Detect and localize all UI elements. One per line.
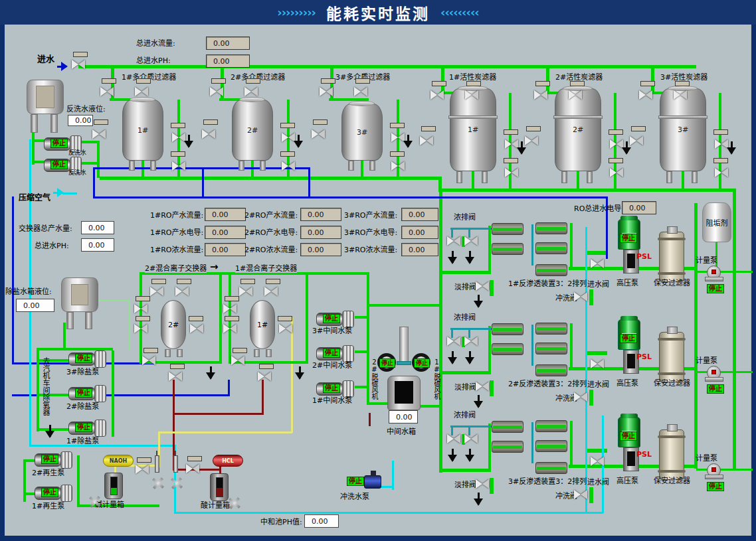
pump-status-badge[interactable]: 停止	[620, 234, 637, 243]
valve-icon[interactable]	[391, 161, 405, 171]
valve-icon[interactable]	[639, 90, 652, 100]
perm-valve-icon[interactable]	[476, 382, 489, 391]
valve-icon[interactable]	[142, 356, 155, 365]
valve-icon[interactable]	[202, 129, 215, 139]
valve-icon[interactable]	[134, 304, 147, 313]
valve-icon[interactable]	[239, 287, 252, 296]
mid-pump-2[interactable]: 停止	[316, 345, 355, 362]
pump-status-badge[interactable]: 停止	[323, 314, 340, 323]
valve-icon[interactable]	[610, 139, 623, 149]
pump-status-badge[interactable]: 停止	[323, 384, 340, 393]
valve-indicator	[259, 364, 274, 369]
valve-icon[interactable]	[172, 133, 185, 142]
valve-icon[interactable]	[279, 324, 292, 333]
valve-icon[interactable]	[244, 87, 258, 96]
valve-icon[interactable]	[674, 90, 687, 100]
total-ph-label: 总进水PH:	[136, 56, 171, 65]
valve-icon[interactable]	[136, 465, 149, 474]
pump-status-badge[interactable]: 停止	[75, 354, 92, 363]
pump-status-badge[interactable]: 停止	[75, 388, 92, 398]
valve-icon[interactable]	[172, 161, 185, 171]
pump-status-badge[interactable]: 停止	[347, 477, 364, 486]
pump-status-badge[interactable]: 停止	[50, 160, 68, 169]
psl-alarm: PSL	[636, 450, 652, 459]
conc-valve-icon[interactable]	[447, 337, 460, 346]
flush-water-pump[interactable]	[364, 475, 381, 489]
pump-status-badge[interactable]: 停止	[50, 139, 68, 148]
valve-icon[interactable]	[92, 129, 106, 139]
valve-icon[interactable]	[282, 133, 295, 142]
valve-icon[interactable]	[190, 324, 203, 333]
valve-icon[interactable]	[175, 287, 189, 296]
valve-icon[interactable]	[354, 87, 367, 96]
regen-pump-2[interactable]: 停止	[35, 451, 73, 469]
mid-pump-1[interactable]: 停止	[316, 380, 355, 398]
flush-valve-icon[interactable]	[574, 292, 587, 301]
valve-icon[interactable]	[264, 287, 278, 296]
valve-icon[interactable]	[312, 129, 325, 139]
valve-icon[interactable]	[150, 287, 163, 296]
valve-icon[interactable]	[505, 168, 518, 177]
valve-icon[interactable]	[231, 356, 244, 365]
inlet-valve-icon[interactable]	[591, 259, 604, 268]
inlet-valve-icon[interactable]	[72, 60, 85, 69]
fan-status-badge[interactable]: 停止	[414, 358, 430, 368]
pipe	[488, 424, 491, 471]
valve-icon[interactable]	[282, 161, 295, 171]
valve-icon[interactable]	[525, 136, 538, 145]
mid-pump-3[interactable]: 停止	[316, 311, 355, 328]
valve-icon[interactable]	[100, 87, 114, 96]
tank-cap	[349, 101, 375, 106]
valve-icon[interactable]	[169, 372, 182, 381]
desalt-pump-1[interactable]: 停止	[68, 420, 107, 437]
conc-valve-icon[interactable]	[464, 337, 478, 346]
conc-valve-icon[interactable]	[464, 434, 478, 443]
valve-icon[interactable]	[630, 136, 643, 145]
desalt-pump-3[interactable]: 停止	[68, 350, 107, 368]
perm-valve-icon[interactable]	[476, 281, 489, 291]
valve-icon[interactable]	[223, 324, 236, 333]
pump-status-badge[interactable]: 停止	[707, 284, 724, 293]
pump-status-badge[interactable]: 停止	[707, 384, 724, 394]
valve-icon[interactable]	[320, 87, 333, 96]
desalt-pump-2[interactable]: 停止	[68, 385, 107, 402]
valve-icon[interactable]	[715, 168, 728, 177]
pump-status-badge[interactable]: 停止	[620, 334, 637, 343]
valve-icon[interactable]	[505, 139, 518, 149]
valve-icon[interactable]	[534, 90, 547, 100]
valve-icon[interactable]	[186, 464, 199, 473]
perm-valve-icon[interactable]	[476, 479, 489, 489]
conc-valve-icon[interactable]	[464, 236, 478, 246]
valve-icon[interactable]	[210, 87, 223, 96]
pump-status-badge[interactable]: 停止	[323, 348, 340, 358]
pump-status-badge[interactable]: 停止	[707, 482, 724, 491]
pump-status-badge[interactable]: 停止	[620, 431, 637, 441]
dosing-pump[interactable]	[704, 366, 724, 382]
inlet-valve-icon[interactable]	[591, 359, 604, 368]
conc-valve-icon[interactable]	[447, 434, 460, 443]
valve-icon[interactable]	[610, 168, 623, 177]
ro-meter-readout: 0.00	[300, 208, 341, 221]
valve-icon[interactable]	[134, 324, 147, 333]
valve-icon[interactable]	[430, 90, 444, 100]
valve-icon[interactable]	[223, 304, 236, 313]
flush-valve-icon[interactable]	[574, 490, 587, 499]
valve-icon[interactable]	[715, 139, 728, 149]
backwash-pump-label: 反洗水	[68, 169, 86, 177]
dosing-pump[interactable]	[704, 266, 724, 281]
valve-icon[interactable]	[135, 87, 148, 96]
fan-status-badge[interactable]: 停止	[379, 358, 395, 368]
pump-status-badge[interactable]: 停止	[41, 488, 58, 497]
inlet-valve-icon[interactable]	[591, 457, 604, 466]
flush-valve-icon[interactable]	[574, 392, 587, 402]
valve-icon[interactable]	[420, 136, 433, 145]
valve-icon[interactable]	[465, 90, 478, 100]
pump-status-badge[interactable]: 停止	[75, 423, 92, 432]
conc-valve-icon[interactable]	[447, 236, 460, 246]
pump-status-badge[interactable]: 停止	[41, 455, 58, 464]
valve-icon[interactable]	[569, 90, 582, 100]
dosing-pump[interactable]	[704, 463, 724, 479]
valve-icon[interactable]	[391, 133, 405, 142]
regen-pump-1[interactable]: 停止	[35, 485, 73, 502]
valve-icon[interactable]	[258, 372, 271, 381]
